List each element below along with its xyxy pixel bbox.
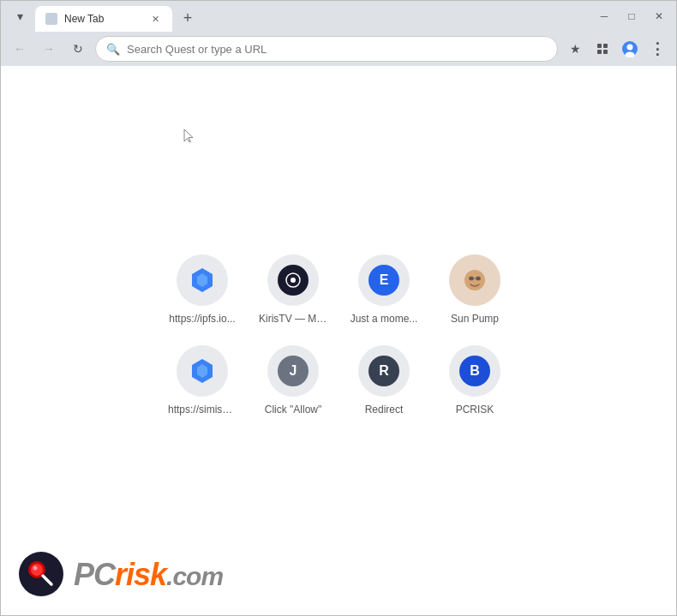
speed-dial-item-clickallow[interactable]: J Click "Allow" (255, 345, 332, 416)
pcrisk-watermark: PCrisk.com (18, 551, 223, 598)
speed-dial-item-ipfs[interactable]: https://ipfs.io... (164, 254, 241, 325)
pcrisk-logo-icon (18, 551, 65, 598)
pc-text: PC (74, 557, 115, 592)
speed-dial-item-simise[interactable]: https://simise... (164, 345, 241, 416)
extensions-button[interactable] (590, 37, 614, 61)
speed-dial-label-simise: https://simise... (168, 404, 237, 416)
svg-point-10 (291, 278, 296, 283)
tab-close-button[interactable]: ✕ (148, 12, 162, 26)
tab-favicon (45, 13, 57, 25)
speed-dial-label-ipfs: https://ipfs.io... (169, 313, 235, 325)
speed-dial-icon-redirect: R (358, 345, 410, 397)
speed-dial-label-justamome: Just a mome... (350, 313, 418, 325)
clickallow-icon-inner: J (278, 356, 309, 386)
speed-dial-icon-justamome: E (358, 254, 410, 306)
speed-dial-item-sunpump[interactable]: Sun Pump (436, 254, 513, 325)
svg-point-5 (627, 45, 633, 51)
speed-dial-icon-kiristv (267, 254, 319, 306)
browser-window: ▾ New Tab ✕ + ─ □ ✕ ← → ↻ 🔍 ★ (0, 0, 677, 616)
profile-button[interactable] (618, 37, 642, 61)
speed-dial-item-pcrisk[interactable]: B PCRISK (436, 345, 513, 416)
redirect-icon-inner: R (368, 356, 399, 386)
svg-point-11 (464, 270, 485, 290)
menu-button[interactable]: ⋮ (645, 37, 669, 61)
speed-dial-label-sunpump: Sun Pump (451, 313, 499, 325)
tab-list-button[interactable]: ▾ (8, 4, 32, 28)
svg-rect-14 (469, 277, 474, 280)
svg-rect-15 (476, 277, 481, 280)
maximize-button[interactable]: □ (621, 6, 642, 27)
address-bar[interactable]: 🔍 (95, 36, 558, 62)
speed-dial-icon-simise (177, 345, 228, 397)
tab-bar: New Tab ✕ + (35, 1, 590, 32)
svg-rect-3 (603, 50, 608, 54)
new-tab-button[interactable]: + (176, 6, 200, 30)
new-tab-page: https://ipfs.io... KirisTV — Mo... (1, 66, 676, 615)
toolbar-actions: ★ ⋮ (563, 37, 669, 61)
refresh-button[interactable]: ↻ (66, 37, 90, 61)
tab-title: New Tab (64, 13, 141, 25)
bookmark-button[interactable]: ★ (563, 37, 587, 61)
browser-content: https://ipfs.io... KirisTV — Mo... (1, 66, 676, 615)
active-tab[interactable]: New Tab ✕ (35, 6, 172, 32)
svg-rect-2 (597, 50, 602, 54)
speed-dial-label-pcrisk: PCRISK (456, 404, 494, 416)
speed-dial-icon-clickallow: J (267, 345, 319, 397)
speed-dial-item-redirect[interactable]: R Redirect (345, 345, 422, 416)
pcrisk-icon-inner: B (459, 356, 490, 386)
speed-dial-grid: https://ipfs.io... KirisTV — Mo... (164, 254, 513, 416)
speed-dial-icon-pcrisk: B (449, 345, 500, 397)
speed-dial-icon-sunpump (449, 254, 500, 306)
speed-dial-icon-ipfs (177, 254, 228, 306)
kiristv-icon-inner (278, 265, 309, 296)
toolbar: ← → ↻ 🔍 ★ (1, 32, 676, 66)
speed-dial-label-clickallow: Click "Allow" (265, 404, 322, 416)
forward-button[interactable]: → (37, 37, 61, 61)
minimize-button[interactable]: ─ (594, 6, 614, 27)
close-button[interactable]: ✕ (649, 6, 669, 27)
address-input[interactable] (127, 43, 547, 56)
svg-point-21 (31, 564, 43, 576)
title-bar: ▾ New Tab ✕ + ─ □ ✕ (1, 1, 676, 32)
speed-dial-label-redirect: Redirect (365, 404, 404, 416)
speed-dial-item-kiristv[interactable]: KirisTV — Mo... (255, 254, 332, 325)
svg-rect-1 (603, 44, 608, 48)
tab-strip-left: ▾ (8, 4, 32, 28)
justamome-icon-inner: E (368, 265, 399, 296)
window-controls: ─ □ ✕ (594, 6, 669, 27)
risk-text: risk (115, 557, 166, 592)
svg-rect-0 (597, 44, 602, 48)
com-text: .com (166, 562, 223, 590)
search-icon: 🔍 (106, 43, 120, 56)
speed-dial-label-kiristv: KirisTV — Mo... (259, 313, 327, 325)
speed-dial-item-justamome[interactable]: E Just a mome... (345, 254, 422, 325)
pcrisk-text: PCrisk.com (74, 559, 223, 590)
svg-point-22 (33, 566, 38, 571)
back-button[interactable]: ← (8, 37, 32, 61)
